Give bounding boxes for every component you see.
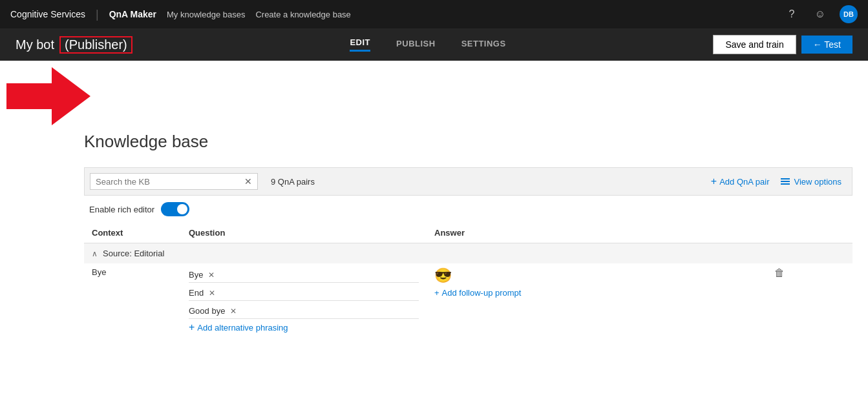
question-column-header: Question	[181, 223, 427, 243]
actions-column-header	[767, 223, 852, 243]
app-name: QnA Maker	[109, 9, 156, 19]
test-button[interactable]: ← Test	[801, 36, 852, 54]
create-knowledge-base-link[interactable]: Create a knowledge base	[255, 10, 350, 19]
top-nav: Cognitive Services | QnA Maker My knowle…	[0, 0, 868, 28]
chevron-up-icon[interactable]: ∧	[92, 249, 98, 258]
add-alternative-phrasing-button[interactable]: + Add alternative phrasing	[189, 322, 419, 333]
help-icon[interactable]: ?	[783, 8, 801, 20]
follow-up-plus-icon: +	[434, 288, 439, 298]
nav-divider: |	[96, 8, 99, 21]
page-title: Knowledge base	[84, 132, 852, 152]
toggle-knob	[177, 204, 187, 214]
question-cell: Bye ✕ End ✕ Good bye ✕ + Add alternative…	[181, 263, 427, 337]
user-avatar[interactable]: DB	[840, 5, 858, 23]
bot-name: My bot	[16, 37, 54, 52]
search-box: ✕	[90, 173, 258, 190]
svg-rect-1	[781, 178, 790, 179]
tab-publish[interactable]: PUBLISH	[396, 39, 436, 51]
add-qna-button[interactable]: + Add QnA pair	[711, 176, 770, 187]
context-column-header: Context	[84, 223, 181, 243]
qna-pairs-count: 9 QnA pairs	[263, 177, 711, 187]
row-actions-cell: 🗑	[767, 263, 852, 337]
emoji-icon[interactable]: ☺	[811, 8, 829, 20]
question-tag-end: End ✕	[189, 285, 419, 301]
question-text-goodbye: Good bye	[189, 306, 225, 316]
svg-marker-0	[6, 67, 90, 125]
toolbar-actions: + Add QnA pair View options	[711, 176, 852, 187]
rich-editor-toggle[interactable]	[161, 202, 189, 216]
main-content: Knowledge base ✕ 9 QnA pairs + Add QnA p…	[0, 132, 868, 353]
add-qna-label: Add QnA pair	[719, 177, 769, 187]
search-clear-icon[interactable]: ✕	[244, 176, 252, 187]
annotation-arrow	[6, 67, 90, 125]
view-options-icon	[780, 176, 790, 187]
header-actions: Save and train ← Test	[713, 35, 852, 54]
source-row: ∧ Source: Editorial	[84, 243, 852, 264]
question-text-end: End	[189, 288, 204, 298]
answer-column-header: Answer	[427, 223, 767, 243]
svg-rect-3	[781, 183, 790, 185]
add-phrase-label: Add alternative phrasing	[197, 323, 288, 333]
table-row: Bye Bye ✕ End ✕ Good bye ✕	[84, 263, 852, 337]
toolbar-row: ✕ 9 QnA pairs + Add QnA pair View option…	[84, 167, 852, 196]
source-cell: ∧ Source: Editorial	[84, 243, 852, 264]
search-input[interactable]	[96, 177, 239, 187]
tab-settings[interactable]: SETTINGS	[461, 39, 506, 51]
view-options-label: View options	[794, 177, 842, 187]
remove-end-icon[interactable]: ✕	[209, 289, 215, 298]
source-label: Source: Editorial	[103, 249, 164, 258]
rich-editor-label: Enable rich editor	[89, 205, 154, 214]
save-train-button[interactable]: Save and train	[713, 35, 796, 54]
knowledge-base-table: Context Question Answer ∧ Source: Editor…	[84, 223, 852, 337]
secondary-header: My bot (Publisher) EDIT PUBLISH SETTINGS…	[0, 28, 868, 61]
remove-goodbye-icon[interactable]: ✕	[230, 307, 237, 316]
view-options-button[interactable]: View options	[780, 176, 842, 187]
question-text-bye: Bye	[189, 270, 203, 280]
add-follow-up-button[interactable]: + Add follow-up prompt	[434, 288, 759, 298]
header-tabs: EDIT PUBLISH SETTINGS	[143, 37, 714, 52]
publisher-badge: (Publisher)	[59, 36, 132, 54]
question-tag-bye: Bye ✕	[189, 267, 419, 283]
answer-emoji: 😎	[434, 267, 759, 284]
delete-row-icon[interactable]: 🗑	[774, 267, 785, 278]
arrow-section	[0, 61, 868, 132]
brand-label: Cognitive Services	[10, 9, 85, 19]
my-knowledge-bases-link[interactable]: My knowledge bases	[167, 10, 245, 19]
add-phrase-plus-icon: +	[189, 322, 195, 333]
source-row-content: ∧ Source: Editorial	[92, 249, 845, 258]
tab-edit[interactable]: EDIT	[350, 37, 370, 52]
context-cell: Bye	[84, 263, 181, 337]
svg-rect-2	[781, 181, 790, 182]
follow-up-label: Add follow-up prompt	[442, 288, 522, 298]
rich-editor-row: Enable rich editor	[84, 196, 852, 223]
question-tag-goodbye: Good bye ✕	[189, 303, 419, 319]
context-value: Bye	[92, 267, 106, 277]
plus-icon: +	[711, 176, 717, 187]
answer-cell: 😎 + Add follow-up prompt	[427, 263, 767, 337]
remove-bye-icon[interactable]: ✕	[208, 271, 215, 280]
